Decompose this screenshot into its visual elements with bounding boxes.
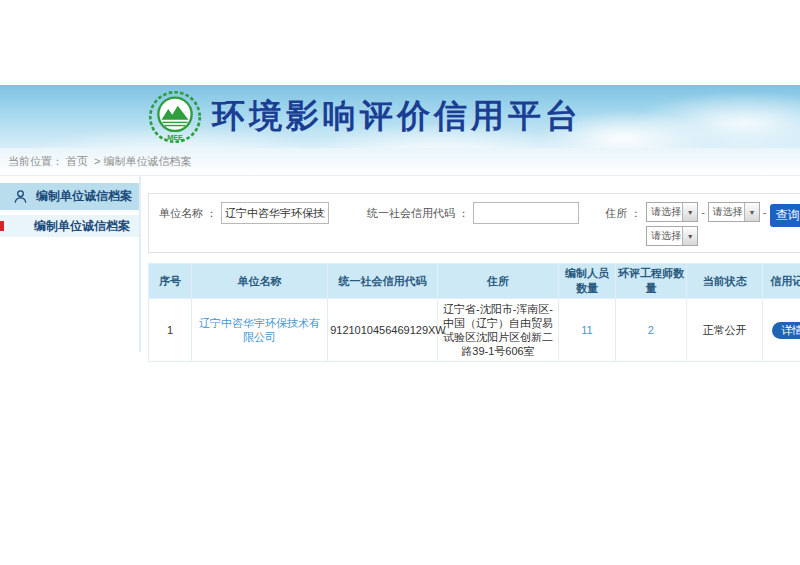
engineer-count-link[interactable]: 2 <box>648 324 654 336</box>
breadcrumb: 当前位置：首页>编制单位诚信档案 <box>0 148 800 175</box>
address-city-select[interactable]: 请选择 ▼ <box>708 202 760 222</box>
city-select-value: 请选择 <box>709 205 744 219</box>
mee-logo-text: MEE <box>167 132 183 141</box>
search-form: 单位名称 ： 统一社会信用代码 ： 住所 ： 请选择 ▼ - 请选择 <box>148 193 800 253</box>
col-header-address: 住所 <box>437 264 558 299</box>
col-header-status: 当前状态 <box>687 264 763 299</box>
unit-name-input[interactable] <box>221 202 329 224</box>
content-area: 编制单位诚信档案 编制单位诚信档案 单位名称 ： 统一社会信用代码 ： 住所 ： <box>0 175 800 362</box>
site-banner: MEE 环境影响评价信用平台 <box>0 85 800 148</box>
detail-button[interactable]: 详情 <box>772 322 800 339</box>
address-dash: - <box>701 202 705 222</box>
cell-staff-count: 11 <box>559 299 616 362</box>
top-whitespace <box>0 0 800 85</box>
district-select-value: 请选择 <box>647 229 682 243</box>
address-selects: 请选择 ▼ - 请选择 ▼ - 请选择 ▼ <box>646 202 769 246</box>
cell-status: 正常公开 <box>687 299 763 362</box>
address-row-2: 请选择 ▼ <box>646 226 769 246</box>
col-header-unit-name: 单位名称 <box>192 264 328 299</box>
col-header-credit-code: 统一社会信用代码 <box>328 264 438 299</box>
cell-address: 辽宁省-沈阳市-浑南区-中国（辽宁）自由贸易试验区沈阳片区创新二路39-1号60… <box>437 299 558 362</box>
page: MEE 环境影响评价信用平台 当前位置：首页>编制单位诚信档案 编制单位诚信档案… <box>0 0 800 565</box>
breadcrumb-label: 当前位置： <box>8 155 63 167</box>
address-row-1: 请选择 ▼ - 请选择 ▼ - <box>646 202 769 222</box>
province-select-value: 请选择 <box>647 205 682 219</box>
cell-unit-name: 辽宁中咨华宇环保技术有限公司 <box>192 299 328 362</box>
breadcrumb-current: 编制单位诚信档案 <box>103 155 191 167</box>
cell-credit-record: 详情 <box>763 299 800 362</box>
results-table: 序号 单位名称 统一社会信用代码 住所 编制人员数量 环评工程师数量 当前状态 … <box>148 263 800 362</box>
address-district-select[interactable]: 请选择 ▼ <box>646 226 698 246</box>
main-panel: 单位名称 ： 统一社会信用代码 ： 住所 ： 请选择 ▼ - 请选择 <box>141 176 800 362</box>
credit-code-input[interactable] <box>473 202 579 224</box>
col-header-credit-record: 信用记录 <box>763 264 800 299</box>
credit-code-label: 统一社会信用代码 ： <box>367 202 469 224</box>
col-header-engineer-count: 环评工程师数量 <box>615 264 686 299</box>
cell-index: 1 <box>149 299 192 362</box>
search-button[interactable]: 查询 <box>770 204 800 227</box>
cell-credit-code: 9121010456469129XW <box>328 299 438 362</box>
sidebar-item-archives[interactable]: 编制单位诚信档案 <box>0 215 139 237</box>
sidebar: 编制单位诚信档案 编制单位诚信档案 <box>0 176 141 352</box>
address-province-select[interactable]: 请选择 ▼ <box>646 202 698 222</box>
address-dash: - <box>763 202 767 222</box>
chevron-down-icon: ▼ <box>744 203 759 221</box>
breadcrumb-separator: > <box>94 155 100 167</box>
mee-logo-icon: MEE <box>148 90 202 144</box>
col-header-index: 序号 <box>149 264 192 299</box>
col-header-staff-count: 编制人员数量 <box>559 264 616 299</box>
unit-name-link[interactable]: 辽宁中咨华宇环保技术有限公司 <box>199 317 320 343</box>
unit-name-label: 单位名称 ： <box>159 202 217 224</box>
chevron-down-icon: ▼ <box>682 227 697 245</box>
sidebar-item-label: 编制单位诚信档案 <box>34 218 130 235</box>
address-label: 住所 ： <box>605 202 641 224</box>
person-icon <box>13 189 28 204</box>
active-marker <box>0 221 4 231</box>
sidebar-section-archives[interactable]: 编制单位诚信档案 <box>0 183 139 210</box>
sidebar-section-label: 编制单位诚信档案 <box>36 188 132 205</box>
staff-count-link[interactable]: 11 <box>581 324 592 336</box>
breadcrumb-home-link[interactable]: 首页 <box>66 155 88 167</box>
chevron-down-icon: ▼ <box>682 203 697 221</box>
table-header-row: 序号 单位名称 统一社会信用代码 住所 编制人员数量 环评工程师数量 当前状态 … <box>149 264 800 299</box>
table-row: 1 辽宁中咨华宇环保技术有限公司 9121010456469129XW 辽宁省-… <box>149 299 800 362</box>
page-title: 环境影响评价信用平台 <box>212 94 582 139</box>
cell-engineer-count: 2 <box>615 299 686 362</box>
